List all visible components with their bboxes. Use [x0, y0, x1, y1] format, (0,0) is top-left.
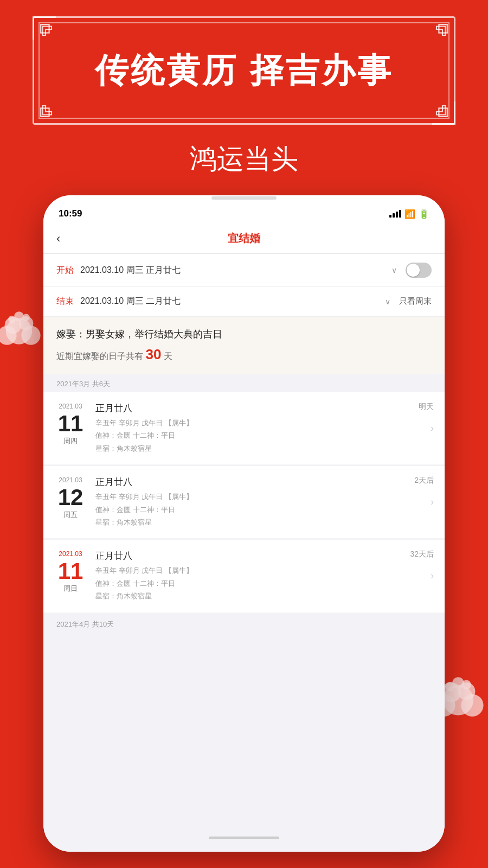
cal-info-1: 正月廿八 辛丑年 辛卯月 戊午日 【属牛】 值神：金匮 十二神：平日 星宿：角木… — [95, 402, 393, 455]
date-block-3: 2021.03 11 周日 — [54, 550, 87, 593]
cloud-decoration-left — [0, 298, 49, 358]
svg-rect-3 — [439, 108, 447, 116]
year-month-1: 2021.03 — [59, 402, 82, 411]
weekend-label: 只看周末 — [399, 296, 432, 307]
end-label: 结束 — [56, 296, 74, 307]
bar1 — [389, 215, 391, 218]
frame-inner: 传统黄历 择吉办事 — [38, 22, 450, 119]
detail-line1-3: 辛丑年 辛卯月 戊午日 【属牛】 — [95, 564, 393, 577]
weekday-2: 周五 — [63, 510, 78, 520]
detail-chevron-1: › — [431, 423, 434, 434]
month-group-label-2: 2021年4月 共10天 — [43, 614, 445, 633]
weekday-1: 周四 — [63, 436, 78, 446]
cal-right-1: 明天 › — [401, 402, 434, 434]
weekend-toggle-area — [406, 263, 432, 278]
wifi-icon: 📶 — [404, 209, 415, 219]
signal-bars-icon — [389, 210, 401, 218]
status-icons: 📶 🔋 — [389, 209, 429, 219]
bar2 — [393, 213, 395, 218]
cal-info-2: 正月廿八 辛丑年 辛卯月 戊午日 【属牛】 值神：金匮 十二神：平日 星宿：角木… — [95, 476, 393, 528]
detail-line2-1: 值神：金匮 十二神：平日 — [95, 429, 393, 442]
day-1: 11 — [58, 411, 84, 436]
detail-chevron-2: › — [431, 496, 434, 508]
detail-line1-2: 辛丑年 辛卯月 戊午日 【属牛】 — [95, 490, 393, 503]
bar4 — [399, 210, 401, 218]
status-time: 10:59 — [59, 208, 82, 219]
year-month-2: 2021.03 — [59, 476, 82, 485]
start-label: 开始 — [56, 265, 74, 276]
detail-2: 辛丑年 辛卯月 戊午日 【属牛】 值神：金匮 十二神：平日 星宿：角木蛟宿星 — [95, 490, 393, 528]
calendar-item-2[interactable]: 2021.03 12 周五 正月廿八 辛丑年 辛卯月 戊午日 【属牛】 值神：金… — [43, 466, 445, 539]
end-chevron-icon: ∨ — [385, 297, 390, 306]
status-bar: 10:59 📶 🔋 — [43, 201, 445, 224]
end-date-row[interactable]: 结束 2021.03.10 周三 二月廿七 ∨ 只看周末 — [43, 287, 445, 316]
calendar-item-3[interactable]: 2021.03 11 周日 正月廿八 辛丑年 辛卯月 戊午日 【属牛】 值神：金… — [43, 540, 445, 612]
nav-bar: ‹ 宜结婚 — [43, 224, 445, 254]
desc-subtitle-suffix: 天 — [164, 352, 172, 361]
start-date-row[interactable]: 开始 2021.03.10 周三 正月廿七 ∨ — [43, 254, 445, 287]
detail-line1-1: 辛丑年 辛卯月 戊午日 【属牛】 — [95, 417, 393, 429]
detail-1: 辛丑年 辛卯月 戊午日 【属牛】 值神：金匮 十二神：平日 星宿：角木蛟宿星 — [95, 417, 393, 455]
day-2: 12 — [58, 485, 84, 510]
weekend-label-area: 只看周末 — [399, 296, 432, 307]
cal-right-3: 32天后 › — [401, 550, 434, 582]
battery-icon: 🔋 — [419, 209, 429, 219]
date-block-2: 2021.03 12 周五 — [54, 476, 87, 520]
weekday-3: 周日 — [63, 584, 78, 593]
start-value: 2021.03.10 周三 正月廿七 — [80, 265, 389, 276]
date-block-1: 2021.03 11 周四 — [54, 402, 87, 446]
subtitle: 鸿运当头 — [0, 141, 488, 177]
description-section: 嫁娶：男娶女嫁，举行结婚大典的吉日 近期宜嫁娶的日子共有 30 天 — [43, 316, 445, 374]
back-button[interactable]: ‹ — [56, 232, 60, 246]
scroll-content[interactable]: 开始 2021.03.10 周三 正月廿七 ∨ 结束 2021.03.10 周三… — [43, 254, 445, 832]
detail-chevron-3: › — [431, 570, 434, 582]
weekend-toggle[interactable] — [406, 263, 432, 278]
home-indicator — [43, 832, 445, 852]
detail-line3-1: 星宿：角木蛟宿星 — [95, 442, 393, 455]
bar3 — [396, 212, 398, 218]
phone-mockup: 10:59 📶 🔋 ‹ 宜结婚 开始 — [43, 195, 445, 852]
year-month-3: 2021.03 — [59, 550, 82, 559]
cal-info-3: 正月廿八 辛丑年 辛卯月 戊午日 【属牛】 值神：金匮 十二神：平日 星宿：角木… — [95, 550, 393, 602]
month-group-2-text: 2021年4月 共10天 — [56, 620, 114, 628]
main-title: 传统黄历 择吉办事 — [95, 48, 393, 93]
phone-container: 10:59 📶 🔋 ‹ 宜结婚 开始 — [43, 195, 445, 852]
detail-3: 辛丑年 辛卯月 戊午日 【属牛】 值神：金匮 十二神：平日 星宿：角木蛟宿星 — [95, 564, 393, 602]
lunar-1: 正月廿八 — [95, 402, 393, 414]
phone-notch — [43, 195, 445, 201]
detail-line2-3: 值神：金匮 十二神：平日 — [95, 577, 393, 590]
month-group-label-1: 2021年3月 共6天 — [43, 374, 445, 392]
desc-count: 30 — [145, 346, 161, 362]
desc-title: 嫁娶：男娶女嫁，举行结婚大典的吉日 — [56, 328, 432, 341]
decorative-frame: 传统黄历 择吉办事 — [33, 16, 455, 125]
relative-day-1: 明天 — [419, 402, 434, 412]
relative-day-3: 32天后 — [410, 550, 434, 559]
end-value: 2021.03.10 周三 二月廿七 — [80, 296, 383, 307]
desc-subtitle-prefix: 近期宜嫁娶的日子共有 — [56, 352, 143, 361]
svg-point-10 — [8, 316, 15, 323]
detail-line3-3: 星宿：角木蛟宿星 — [95, 590, 393, 602]
lunar-3: 正月廿八 — [95, 550, 393, 562]
notch-pill — [211, 196, 277, 200]
svg-point-11 — [23, 314, 30, 321]
relative-day-2: 2天后 — [414, 476, 434, 486]
home-bar — [209, 837, 279, 839]
svg-point-19 — [462, 680, 471, 690]
lunar-2: 正月廿八 — [95, 476, 393, 488]
svg-point-9 — [14, 311, 24, 321]
calendar-item-1[interactable]: 2021.03 11 周四 正月廿八 辛丑年 辛卯月 戊午日 【属牛】 值神：金… — [43, 392, 445, 465]
detail-line3-2: 星宿：角木蛟宿星 — [95, 516, 393, 528]
svg-point-18 — [445, 682, 454, 691]
day-3: 11 — [58, 559, 84, 584]
cal-right-2: 2天后 › — [401, 476, 434, 508]
desc-subtitle: 近期宜嫁娶的日子共有 30 天 — [56, 346, 432, 363]
detail-line2-2: 值神：金匮 十二神：平日 — [95, 503, 393, 516]
date-selector-card: 开始 2021.03.10 周三 正月廿七 ∨ 结束 2021.03.10 周三… — [43, 254, 445, 374]
start-chevron-icon: ∨ — [391, 266, 397, 275]
page-title: 宜结婚 — [228, 231, 260, 246]
month-group-1-text: 2021年3月 共6天 — [56, 380, 110, 388]
